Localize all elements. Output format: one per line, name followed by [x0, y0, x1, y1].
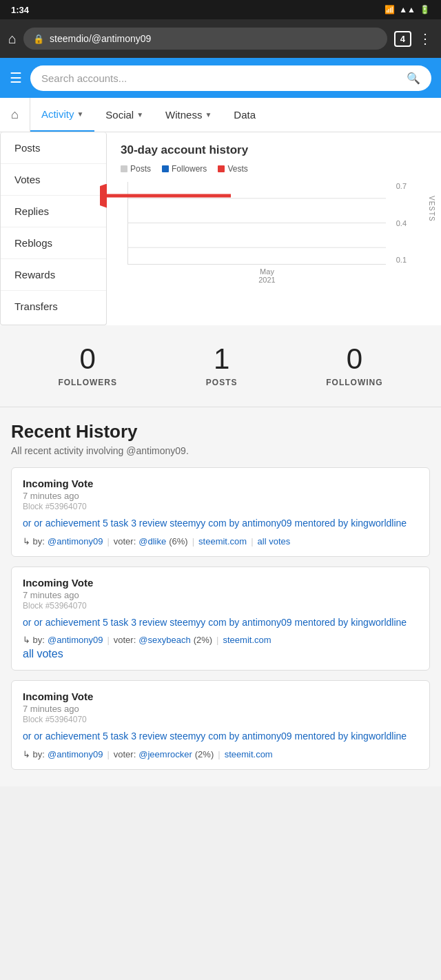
card2-link[interactable]: or or achievement 5 task 3 review steemy…	[23, 616, 418, 630]
stats-row: 0 FOLLOWERS 1 POSTS 0 FOLLOWING	[0, 325, 441, 407]
chart-legend: Posts Followers Vests	[121, 164, 407, 174]
chart-area: 0.7 0.4 0.1	[127, 182, 386, 265]
card1-by-label: ↳ by:	[23, 536, 45, 547]
history-card-1: Incoming Vote 7 minutes ago Block #53964…	[11, 467, 430, 557]
status-icons: 📶 ▲▲ 🔋	[384, 5, 430, 14]
tab-witness[interactable]: Witness ▼	[154, 98, 223, 132]
browser-menu-icon[interactable]: ⋮	[418, 30, 433, 47]
card1-link[interactable]: or or achievement 5 task 3 review steemy…	[23, 517, 418, 531]
stat-posts: 1 POSTS	[206, 345, 238, 387]
card1-time: 7 minutes ago	[23, 491, 418, 501]
tab-social[interactable]: Social ▼	[94, 98, 154, 132]
card2-voter-label: voter:	[114, 635, 136, 645]
signal-icon: 📶	[384, 5, 395, 14]
browser-home-icon[interactable]: ⌂	[8, 31, 17, 47]
legend-vests-label: Vests	[227, 164, 247, 174]
card1-voter-label: voter:	[114, 536, 136, 547]
card3-link[interactable]: or or achievement 5 task 3 review steemy…	[23, 730, 418, 744]
card1-block: Block #53964070	[23, 502, 418, 511]
lock-icon: 🔒	[33, 34, 44, 44]
tab-witness-label: Witness	[165, 109, 202, 121]
card2-by-label: ↳ by:	[23, 635, 45, 645]
following-label: FOLLOWING	[326, 378, 382, 387]
tab-activity[interactable]: Activity ▼	[30, 98, 94, 132]
dropdown-item-reblogs[interactable]: Reblogs	[1, 227, 106, 259]
card1-site[interactable]: steemit.com	[198, 536, 247, 547]
recent-history-section: Recent History All recent activity invol…	[0, 407, 441, 786]
y-label-07: 0.7	[396, 182, 407, 190]
card1-all-votes[interactable]: all votes	[258, 536, 291, 547]
dropdown-chart-row: Posts Votes Replies Reblogs Rewards Tran…	[0, 132, 441, 325]
card2-all-votes-row: all votes	[23, 648, 418, 660]
legend-posts: Posts	[121, 164, 151, 174]
dropdown-item-transfers[interactable]: Transfers	[1, 291, 106, 322]
card1-by-user[interactable]: @antimony09	[48, 536, 103, 547]
legend-followers: Followers	[162, 164, 207, 174]
history-card-3: Incoming Vote 7 minutes ago Block #53964…	[11, 680, 430, 770]
posts-label: POSTS	[206, 378, 238, 387]
card3-voter[interactable]: @jeemrocker	[139, 749, 192, 759]
card2-site[interactable]: steemit.com	[223, 635, 271, 645]
card2-event-type: Incoming Vote	[23, 577, 418, 589]
legend-vests-dot	[218, 165, 225, 172]
followers-count: 0	[58, 345, 117, 374]
status-time: 1:34	[11, 5, 29, 15]
card3-event-type: Incoming Vote	[23, 691, 418, 702]
history-card-2: Incoming Vote 7 minutes ago Block #53964…	[11, 566, 430, 671]
witness-caret-icon: ▼	[205, 111, 212, 119]
tab-data-label: Data	[234, 109, 256, 121]
activity-dropdown: Posts Votes Replies Reblogs Rewards Tran…	[0, 132, 107, 325]
url-text: steemdio/@antimony09	[50, 33, 151, 44]
legend-followers-label: Followers	[172, 164, 207, 174]
card3-time: 7 minutes ago	[23, 704, 418, 714]
card2-voter[interactable]: @sexybeach	[139, 635, 190, 645]
main-content-area: ⌂ Activity ▼ Social ▼ Witness ▼ Data Pos…	[0, 98, 441, 325]
card2-block: Block #53964070	[23, 601, 418, 611]
nav-tabs: ⌂ Activity ▼ Social ▼ Witness ▼ Data	[0, 98, 441, 132]
following-count: 0	[326, 345, 382, 374]
card2-voter-pct: (2%)	[194, 635, 212, 645]
chart-section: 30-day account history Posts Followers V…	[107, 132, 441, 325]
search-placeholder: Search accounts...	[41, 72, 127, 84]
chart-wrapper: ACTIVITY 0.7 0.4 0.1 VESTS	[121, 182, 407, 284]
search-bar[interactable]: Search accounts... 🔍	[30, 65, 431, 91]
tab-data[interactable]: Data	[223, 98, 267, 132]
nav-home-button[interactable]: ⌂	[0, 98, 30, 132]
stat-followers: 0 FOLLOWERS	[58, 345, 117, 387]
chart-y-labels: 0.7 0.4 0.1	[396, 182, 407, 264]
activity-caret-icon: ▼	[76, 110, 83, 118]
hamburger-icon[interactable]: ☰	[10, 70, 22, 86]
chart-svg	[128, 182, 386, 264]
posts-count: 1	[206, 345, 238, 374]
legend-vests: Vests	[218, 164, 247, 174]
card3-meta: ↳ by: @antimony09 | voter: @jeemrocker (…	[23, 749, 418, 759]
browser-bar: ⌂ 🔒 steemdio/@antimony09 4 ⋮	[0, 19, 441, 58]
card3-site[interactable]: steemit.com	[225, 749, 273, 759]
recent-history-subtitle: All recent activity involving @antimony0…	[11, 445, 430, 456]
card1-event-type: Incoming Vote	[23, 478, 418, 489]
dropdown-item-replies[interactable]: Replies	[1, 196, 106, 227]
tab-count[interactable]: 4	[394, 31, 411, 47]
recent-history-title: Recent History	[11, 421, 430, 442]
card3-by-user[interactable]: @antimony09	[48, 749, 103, 759]
card2-all-votes[interactable]: all votes	[23, 648, 63, 660]
y-label-01: 0.1	[396, 256, 407, 264]
card2-time: 7 minutes ago	[23, 590, 418, 600]
wifi-icon: ▲▲	[399, 5, 416, 14]
search-icon: 🔍	[407, 72, 420, 85]
legend-posts-label: Posts	[130, 164, 151, 174]
status-bar: 1:34 📶 ▲▲ 🔋	[0, 0, 441, 19]
chart-year: 2021	[127, 276, 407, 284]
card3-by-label: ↳ by:	[23, 749, 45, 759]
chart-x-labels: May	[127, 267, 407, 276]
dropdown-item-rewards[interactable]: Rewards	[1, 259, 106, 291]
card2-by-user[interactable]: @antimony09	[48, 635, 103, 645]
x-label-may: May	[260, 267, 274, 276]
card3-voter-label: voter:	[114, 749, 136, 759]
card3-voter-pct: (2%)	[195, 749, 214, 759]
stat-following: 0 FOLLOWING	[326, 345, 382, 387]
url-bar[interactable]: 🔒 steemdio/@antimony09	[23, 28, 387, 50]
dropdown-item-votes[interactable]: Votes	[1, 164, 106, 196]
card1-voter[interactable]: @dlike	[139, 536, 166, 547]
dropdown-item-posts[interactable]: Posts	[1, 132, 106, 164]
